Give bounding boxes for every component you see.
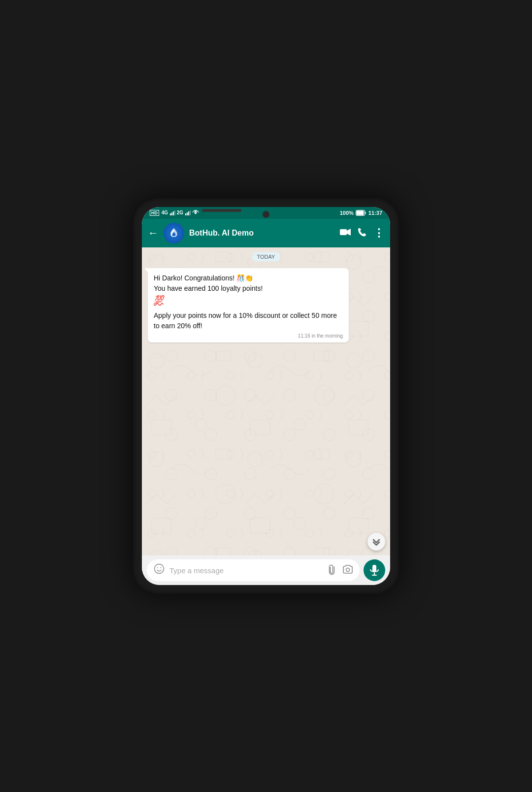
svg-point-13 xyxy=(157,567,158,568)
avatar[interactable] xyxy=(164,223,184,243)
more-options-icon[interactable]: ⋮ xyxy=(373,227,384,240)
phone-camera xyxy=(263,211,269,218)
emoji-100: 💯 xyxy=(154,295,164,304)
svg-point-12 xyxy=(155,564,164,574)
back-button[interactable]: ← xyxy=(148,227,159,240)
battery-icon xyxy=(356,210,366,216)
phone-screen: HD 4G 2G 100% 11:37 ← xyxy=(142,207,390,585)
message-bubble: Hi Darko! Congratulations! 🎊👏 You have e… xyxy=(148,268,349,343)
chat-header: ← BotHub. AI Demo xyxy=(142,219,390,247)
svg-point-15 xyxy=(346,568,350,571)
svg-rect-5 xyxy=(187,212,188,215)
svg-rect-1 xyxy=(171,212,172,215)
chat-name: BotHub. AI Demo xyxy=(189,229,335,238)
video-call-icon[interactable] xyxy=(340,228,351,239)
message-line1: Hi Darko! Congratulations! 🎊👏 xyxy=(154,274,253,282)
bothub-logo xyxy=(167,226,181,240)
date-badge-text: TODAY xyxy=(252,252,280,261)
attach-icon[interactable] xyxy=(325,562,341,578)
message-content: Hi Darko! Congratulations! 🎊👏 You have e… xyxy=(154,273,343,331)
phone-speaker xyxy=(202,209,241,212)
svg-rect-4 xyxy=(185,213,186,215)
header-actions: ⋮ xyxy=(340,227,384,240)
svg-rect-16 xyxy=(372,565,376,572)
camera-icon[interactable] xyxy=(343,565,353,576)
status-right: 100% 11:37 xyxy=(340,210,382,216)
status-left: HD 4G 2G xyxy=(150,210,199,216)
svg-rect-2 xyxy=(173,211,174,215)
svg-rect-0 xyxy=(170,213,171,215)
svg-point-14 xyxy=(161,567,162,568)
svg-rect-9 xyxy=(356,211,364,215)
emoji-picker-icon[interactable] xyxy=(154,563,165,577)
chat-body: TODAY Hi Darko! Congratulations! 🎊👏 You … xyxy=(142,247,390,555)
svg-rect-3 xyxy=(174,210,175,215)
message-line3: Apply your points now for a 10% discount… xyxy=(154,311,337,330)
message-input-placeholder[interactable]: Type a message xyxy=(169,566,323,575)
message-line2: You have earned 100 loyalty points! xyxy=(154,284,263,292)
svg-rect-6 xyxy=(188,211,189,215)
svg-rect-7 xyxy=(190,210,191,215)
scroll-to-bottom-button[interactable] xyxy=(367,533,385,551)
svg-rect-11 xyxy=(340,229,347,235)
phone-frame: HD 4G 2G 100% 11:37 ← xyxy=(133,198,399,594)
input-bar: Type a message xyxy=(142,555,390,585)
status-network: HD 4G 2G xyxy=(150,210,199,216)
mic-button[interactable] xyxy=(364,559,385,581)
phone-call-icon[interactable] xyxy=(358,228,366,239)
message-timestamp: 11:16 in the morning xyxy=(154,333,343,339)
header-info: BotHub. AI Demo xyxy=(189,229,335,238)
battery-percent: 100% xyxy=(340,210,354,216)
clock: 11:37 xyxy=(368,210,382,216)
message-input-wrapper[interactable]: Type a message xyxy=(147,559,360,581)
date-badge-container: TODAY xyxy=(148,252,384,261)
